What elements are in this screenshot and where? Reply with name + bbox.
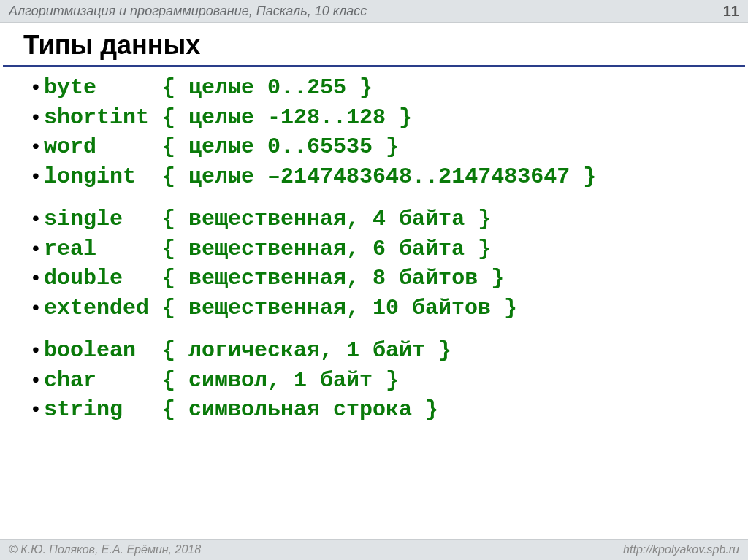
bullet-icon: • <box>28 234 44 262</box>
type-desc: { символ, 1 байт } <box>162 368 399 393</box>
type-row: • shortint { целые -128..128 } <box>44 103 733 133</box>
bullet-icon: • <box>28 336 44 364</box>
slide-title: Типы данных <box>3 23 745 67</box>
footer-copyright: © К.Ю. Поляков, Е.А. Ерёмин, 2018 <box>9 543 201 556</box>
type-name: single <box>44 207 123 231</box>
type-name: double <box>44 266 123 291</box>
type-code: byte { целые 0..255 } <box>44 73 373 103</box>
bullet-icon: • <box>28 264 44 291</box>
bullet-icon: • <box>28 366 44 394</box>
type-code: boolean { логическая, 1 байт } <box>44 336 451 366</box>
type-name: string <box>44 397 123 422</box>
slide-footer: © К.Ю. Поляков, Е.А. Ерёмин, 2018 http:/… <box>0 539 748 560</box>
page-number: 11 <box>723 3 739 20</box>
type-name: extended <box>44 296 149 321</box>
type-code: string { символьная строка } <box>44 395 438 425</box>
type-desc: { логическая, 1 байт } <box>162 338 451 363</box>
slide-body: • byte { целые 0..255 } • shortint { цел… <box>0 67 748 425</box>
type-row: • boolean { логическая, 1 байт } <box>44 336 733 366</box>
type-row: • word { целые 0..65535 } <box>44 132 733 162</box>
type-name: byte <box>44 75 96 100</box>
type-desc: { вещественная, 4 байта } <box>162 207 491 231</box>
type-code: double { вещественная, 8 байтов } <box>44 264 504 294</box>
type-row: • single { вещественная, 4 байта } <box>44 204 733 234</box>
bullet-icon: • <box>28 395 44 423</box>
header-subject: Алгоритмизация и программирование, Паска… <box>9 4 367 19</box>
slide-header: Алгоритмизация и программирование, Паска… <box>0 0 748 23</box>
type-name: longint <box>44 164 136 189</box>
bullet-icon: • <box>28 294 44 321</box>
bullet-icon: • <box>28 132 44 160</box>
type-row: • double { вещественная, 8 байтов } <box>44 264 733 294</box>
type-code: extended { вещественная, 10 байтов } <box>44 294 517 323</box>
type-desc: { целые 0..255 } <box>162 75 373 100</box>
type-name: real <box>44 237 96 261</box>
type-group-integers: • byte { целые 0..255 } • shortint { цел… <box>44 73 733 191</box>
type-group-reals: • single { вещественная, 4 байта } • rea… <box>44 204 733 323</box>
bullet-icon: • <box>28 204 44 232</box>
type-code: word { целые 0..65535 } <box>44 132 399 162</box>
type-desc: { вещественная, 8 байтов } <box>162 266 504 291</box>
bullet-icon: • <box>28 162 44 190</box>
type-desc: { вещественная, 6 байта } <box>162 237 491 261</box>
type-desc: { вещественная, 10 байтов } <box>162 296 517 321</box>
type-row: • string { символьная строка } <box>44 395 733 425</box>
type-row: • longint { целые –2147483648..214748364… <box>44 162 733 192</box>
type-row: • char { символ, 1 байт } <box>44 366 733 396</box>
type-desc: { целые –2147483648..2147483647 } <box>162 164 596 189</box>
footer-url: http://kpolyakov.spb.ru <box>623 543 739 556</box>
type-code: longint { целые –2147483648..2147483647 … <box>44 162 596 192</box>
type-group-other: • boolean { логическая, 1 байт } • char … <box>44 336 733 425</box>
type-name: shortint <box>44 105 149 130</box>
type-row: • byte { целые 0..255 } <box>44 73 733 103</box>
type-desc: { целые -128..128 } <box>162 105 412 130</box>
type-code: shortint { целые -128..128 } <box>44 103 412 133</box>
type-name: char <box>44 368 96 393</box>
type-code: real { вещественная, 6 байта } <box>44 234 491 264</box>
type-row: • extended { вещественная, 10 байтов } <box>44 294 733 323</box>
type-name: word <box>44 134 96 159</box>
type-code: single { вещественная, 4 байта } <box>44 204 491 234</box>
type-code: char { символ, 1 байт } <box>44 366 399 396</box>
type-desc: { целые 0..65535 } <box>162 134 399 159</box>
type-name: boolean <box>44 338 136 363</box>
type-row: • real { вещественная, 6 байта } <box>44 234 733 264</box>
bullet-icon: • <box>28 103 44 131</box>
type-desc: { символьная строка } <box>162 397 438 422</box>
bullet-icon: • <box>28 73 44 101</box>
